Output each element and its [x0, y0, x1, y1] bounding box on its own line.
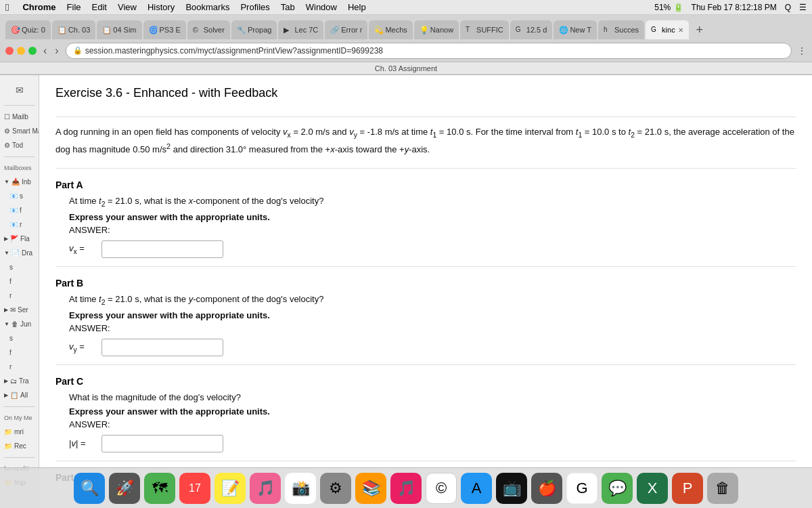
sidebar-item-tra[interactable]: ▶ 🗂 Tra — [0, 375, 39, 387]
tab-125d[interactable]: G12.5 d — [510, 20, 553, 39]
menubar-history[interactable]: History — [148, 2, 175, 12]
tab-quiz[interactable]: 🎯Quiz: 0 — [5, 20, 51, 39]
dock-books[interactable]: 📚 — [355, 473, 386, 504]
menubar-bookmarks[interactable]: Bookmarks — [185, 2, 229, 12]
part-a-input[interactable] — [102, 240, 223, 258]
dock-itunes[interactable]: 🎵 — [390, 473, 422, 504]
menubar-window[interactable]: Window — [306, 2, 337, 12]
sidebar-smartma-icon: ⚙ — [4, 127, 10, 135]
sidebar-item-dra[interactable]: ▼ 📄 Dra — [0, 247, 39, 259]
sidebar-item-jun-f[interactable]: f — [0, 347, 39, 358]
dock-system-prefs[interactable]: ⚙ — [320, 473, 351, 504]
sidebar-item-rec[interactable]: 📁 Rec — [0, 440, 39, 452]
dock-trash[interactable]: 🗑 — [707, 473, 738, 504]
browser-chrome: 🎯Quiz: 0 📋Ch. 03 📋04 Sim 🌀PS3 E ©Solver … — [0, 15, 812, 75]
sidebar-jun-label: Jun — [20, 320, 31, 328]
tab-newt[interactable]: 🌐New T — [554, 20, 597, 39]
sidebar-mailboxes-label: Mailboxes — [4, 165, 32, 171]
tab-error[interactable]: 🔗Error r — [325, 20, 367, 39]
tab-mechs[interactable]: 💫Mechs — [369, 20, 412, 39]
sidebar-inb-label: Inb — [22, 178, 31, 186]
sidebar-item-mailbox[interactable]: ☐ Mailb — [0, 111, 39, 123]
dock-copyright[interactable]: © — [426, 473, 457, 504]
dock-messages[interactable]: 💬 — [602, 473, 633, 504]
forward-button[interactable]: › — [53, 45, 60, 57]
part-c-divider-bottom — [55, 461, 796, 461]
dock-music[interactable]: 🎵 — [250, 473, 281, 504]
sidebar-item-dra-r[interactable]: r — [0, 290, 39, 301]
part-c-input[interactable] — [102, 435, 223, 452]
sidebar-item-jun-r[interactable]: r — [0, 361, 39, 373]
fullscreen-window-button[interactable] — [28, 47, 37, 55]
dock-notes[interactable]: 📝 — [215, 473, 246, 504]
tab-ch03[interactable]: 📋Ch. 03 — [52, 20, 95, 39]
sidebar-item-sub1[interactable]: 📧 s — [0, 190, 39, 202]
dock-calendar[interactable]: 17 — [179, 473, 210, 504]
part-b-question: At time t2 = 21.0 s, what is the y-compo… — [69, 294, 796, 306]
sidebar-item-mri[interactable]: 📁 mri — [0, 426, 39, 438]
menubar-view[interactable]: View — [118, 2, 137, 12]
sidebar-item-dra-s[interactable]: s — [0, 261, 39, 273]
sidebar-all-label: All — [20, 391, 28, 399]
sidebar-item-fla[interactable]: ▶ 🚩 Fla — [0, 233, 39, 245]
sidebar-all-arrow: ▶ — [4, 392, 8, 398]
close-window-button[interactable] — [5, 47, 14, 55]
sidebar-item-dra-f[interactable]: f — [0, 276, 39, 287]
sidebar-item-smartma[interactable]: ⚙ Smart Ma — [0, 125, 39, 137]
sidebar-item-tod[interactable]: ⚙ Tod — [0, 140, 39, 151]
dock-chrome[interactable]: G — [566, 473, 597, 504]
sidebar-item-ser[interactable]: ▶ ✉ Ser — [0, 304, 39, 316]
apple-menu-icon[interactable]:  — [5, 1, 9, 13]
minimize-window-button[interactable] — [17, 47, 25, 55]
sidebar-item-inb[interactable]: ▼ 📥 Inb — [0, 176, 39, 188]
dock-launchpad[interactable]: 🚀 — [109, 473, 140, 504]
sidebar-dra-icon: 📄 — [12, 249, 20, 257]
part-c-answer-label: ANSWER: — [69, 419, 796, 429]
dock-excel[interactable]: X — [637, 473, 668, 504]
tab-solver[interactable]: ©Solver — [187, 20, 230, 39]
tab-04sim[interactable]: 📋04 Sim — [97, 20, 141, 39]
back-button[interactable]: ‹ — [42, 45, 48, 57]
address-text[interactable]: session.masteringphysics.com/myct/assign… — [85, 46, 784, 56]
dock-maps[interactable]: 🗺 — [144, 473, 175, 504]
dock-photos[interactable]: 📸 — [285, 473, 316, 504]
sidebar-item-sub2[interactable]: 📧 f — [0, 205, 39, 216]
dock-appletv[interactable]: 🍎 — [531, 473, 562, 504]
tab-lec7c[interactable]: ▶Lec 7C — [278, 20, 323, 39]
sidebar-mri-label: mri — [14, 428, 24, 436]
menubar-search-icon[interactable]: Q — [785, 3, 791, 12]
dock-tv[interactable]: 📺 — [496, 473, 527, 504]
menubar-edit[interactable]: Edit — [92, 2, 107, 12]
tab-ps3e[interactable]: 🌀PS3 E — [143, 20, 186, 39]
address-bar[interactable]: 🔒 session.masteringphysics.com/myct/assi… — [66, 43, 792, 59]
menubar-tab[interactable]: Tab — [281, 2, 295, 12]
sidebar-sub2-icon: 📧 — [9, 207, 18, 214]
tab-add-button[interactable]: + — [690, 20, 709, 39]
dock-powerpoint[interactable]: P — [672, 473, 703, 504]
problem-text: A dog running in an open field has compo… — [55, 125, 796, 157]
part-b-input[interactable] — [102, 339, 223, 356]
sidebar-jun-r-label: r — [9, 363, 12, 371]
sidebar-item-mailboxes[interactable]: Mailboxes — [0, 163, 39, 173]
menubar-app-name[interactable]: Chrome — [22, 2, 55, 12]
dock-appstore[interactable]: A — [461, 473, 492, 504]
menubar-profiles[interactable]: Profiles — [240, 2, 269, 12]
tab-nanow[interactable]: 💡Nanow — [414, 20, 459, 39]
tab-propag[interactable]: 🔧Propag — [231, 20, 277, 39]
sidebar-item-sub3[interactable]: 📧 r — [0, 219, 39, 230]
tab-succes[interactable]: hSucces — [598, 20, 644, 39]
menubar-file[interactable]: File — [67, 2, 81, 12]
content-area: Exercise 3.6 - Enhanced - with Feedback … — [39, 75, 812, 508]
sidebar-compose-icon[interactable]: ✉ — [7, 81, 32, 100]
traffic-lights — [5, 47, 37, 55]
sidebar-item-jun[interactable]: ▼ 🗑 Jun — [0, 318, 39, 330]
tab-suffic[interactable]: TSUFFIC — [460, 20, 509, 39]
menubar-menu-icon[interactable]: ☰ — [799, 3, 807, 12]
sidebar-item-all[interactable]: ▶ 📋 All — [0, 389, 39, 401]
extensions-icon[interactable]: ⋮ — [797, 45, 807, 56]
sidebar-item-jun-s[interactable]: s — [0, 333, 39, 344]
sidebar-item-icon: ☐ — [4, 113, 10, 121]
tab-kinc[interactable]: Gkinc ✕ — [646, 20, 689, 39]
dock-finder[interactable]: 🔍 — [74, 473, 105, 504]
menubar-help[interactable]: Help — [348, 2, 366, 12]
